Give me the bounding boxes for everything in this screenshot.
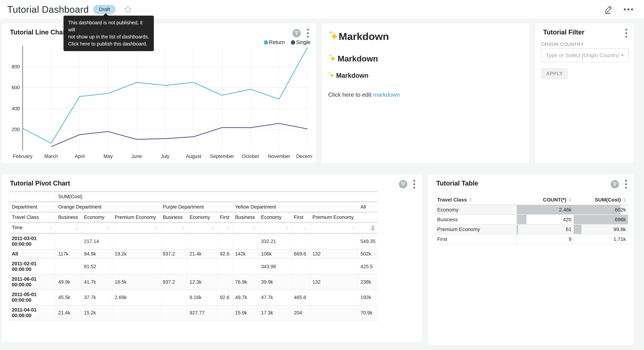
apply-button[interactable]: APPLY	[541, 68, 568, 79]
panel-pivot-chart: Tutorial Pivot Chart SUM(Cost)Department…	[2, 174, 422, 342]
pivot-measure-label: SUM(Cost)	[56, 192, 378, 202]
sort-carets-icon[interactable]	[568, 198, 572, 202]
travel-class-cell: Business	[435, 215, 517, 224]
pivot-cell: 45.5k	[56, 290, 82, 305]
pivot-col-header: Premium Economy	[112, 212, 160, 222]
sparkles-icon	[328, 54, 336, 64]
pivot-cell	[160, 290, 187, 305]
sort-icon[interactable]: ↓↑	[252, 225, 256, 231]
pivot-col-header: First	[217, 212, 232, 222]
pivot-cell: 669.6	[291, 249, 310, 259]
table-col-header[interactable]: COUNT(*)	[517, 195, 574, 205]
pivot-cell: 425.5	[358, 259, 378, 274]
sort-icon[interactable]: ↓↑	[303, 225, 307, 231]
filter-indicator-icon[interactable]	[399, 180, 407, 188]
sort-icon[interactable]: ↓↑	[180, 225, 184, 231]
y-tick: 600	[12, 85, 20, 90]
favorite-star-icon[interactable]	[124, 5, 132, 14]
markdown-paragraph: Click here to edit markdown	[328, 92, 523, 98]
filter-indicator-icon[interactable]	[610, 180, 619, 188]
pivot-cell: 76.9k	[232, 274, 258, 290]
sort-icon[interactable]: ↓↑	[106, 225, 110, 231]
line-chart-plot[interactable]: 200400600800FebruaryMarchAprilMayJuneJul…	[5, 44, 312, 161]
pivot-cell	[160, 305, 187, 320]
table-row: Premium Economy 61 99.8k	[435, 224, 628, 234]
pivot-menu-icon[interactable]	[413, 179, 416, 189]
sort-icon[interactable]: ↓↑	[210, 225, 214, 231]
count-cell: 9	[517, 234, 574, 244]
sort-icon[interactable]: ↓↑	[49, 225, 53, 231]
pivot-cell	[217, 274, 232, 290]
chevron-down-icon	[621, 54, 624, 56]
publish-tooltip[interactable]: This dashboard is not published, it will…	[64, 16, 154, 51]
cell-bar	[574, 205, 620, 214]
pivot-cell: 549.35	[358, 234, 378, 249]
tooltip-line: not show up in the list of dashboards.	[68, 33, 149, 40]
x-tick: July	[161, 154, 170, 159]
pivot-cell: 502k	[358, 249, 378, 259]
markdown-edit-link[interactable]: markdown	[373, 92, 400, 98]
status-badge[interactable]: Draft	[94, 5, 116, 14]
sort-icon[interactable]: ↓↑	[154, 225, 158, 231]
table-col-header[interactable]: SUM(Cost)	[574, 195, 628, 205]
pivot-cell: 343.98	[258, 259, 291, 274]
pivot-cell: 49.9k	[56, 274, 82, 290]
filter-indicator-icon[interactable]	[292, 29, 301, 37]
pivot-cell	[310, 305, 358, 320]
pivot-cell: 204	[291, 305, 310, 320]
pivot-cell: 927.77	[187, 305, 217, 320]
sparkles-icon	[328, 72, 334, 80]
pivot-col-header: Business	[56, 212, 82, 222]
pivot-dim-label: Department	[9, 202, 56, 212]
tutorial-table: Travel ClassCOUNT(*)SUM(Cost) Economy 2.…	[435, 195, 628, 244]
table-col-header[interactable]: Travel Class	[435, 195, 517, 205]
pivot-cell	[232, 259, 258, 274]
header-actions	[604, 5, 637, 14]
pivot-cell: 937.2	[160, 274, 187, 290]
sort-icon[interactable]: ↓↑	[226, 225, 230, 231]
markdown-h1: Markdown	[328, 30, 523, 43]
sort-icon[interactable]: ↓↑	[285, 225, 288, 231]
pivot-cell: 94.9k	[82, 249, 112, 259]
sort-icon-active[interactable]: ↓	[370, 225, 375, 231]
tooltip-line: This dashboard is not published, it will	[68, 19, 149, 33]
edit-dashboard-icon[interactable]	[604, 5, 613, 14]
pivot-group-header: All	[358, 202, 378, 212]
count-cell: 61	[517, 224, 574, 234]
pivot-row-label: 2011-04-0100:00:00	[9, 305, 56, 320]
pivot-row: 2011-03-0100:00:00217.14332.21549.35	[9, 234, 378, 249]
pivot-group-header: Yellow Department	[232, 202, 358, 212]
pivot-department-row: DepartmentOrange DepartmentPurple Depart…	[9, 202, 378, 212]
cell-bar	[517, 225, 518, 234]
sort-icon[interactable]: ↓↑	[351, 225, 355, 231]
pivot-col-header	[358, 212, 378, 222]
sort-carets-icon[interactable]	[469, 198, 472, 202]
table-menu-icon[interactable]	[624, 179, 628, 189]
pivot-cell	[112, 305, 160, 320]
more-options-icon[interactable]	[623, 8, 634, 11]
pivot-cell	[291, 274, 310, 290]
markdown-h3: Markdown	[328, 72, 523, 80]
origin-country-select[interactable]: Type or Select [Origin Country]	[541, 48, 629, 62]
pivot-cell: 238k	[358, 274, 378, 290]
pivot-cell	[160, 234, 187, 249]
pivot-row-label: 2011-06-0100:00:00	[9, 274, 56, 290]
pivot-cell	[310, 234, 358, 249]
pivot-cell	[112, 259, 160, 274]
tooltip-line: Click here to publish this dashboard.	[68, 40, 149, 48]
x-tick: September	[210, 154, 234, 159]
pivot-cell: 92.6	[217, 249, 232, 259]
pivot-col-header: Premium Economy	[310, 212, 358, 222]
pivot-cell	[217, 234, 232, 249]
filter-menu-icon[interactable]	[624, 28, 628, 38]
table-title: Tutorial Table	[436, 180, 478, 187]
travel-class-cell: First	[435, 234, 517, 244]
x-tick: May	[104, 154, 113, 159]
sort-icon[interactable]: ↓↑	[75, 225, 79, 231]
panel-markdown[interactable]: Markdown Markdown Markdown Click here to…	[322, 24, 529, 164]
sort-carets-icon[interactable]	[623, 198, 626, 202]
pivot-cell: 70.9k	[358, 305, 378, 320]
pivot-cell: 16.5k	[112, 274, 160, 290]
pivot-cell: 332.21	[258, 234, 291, 249]
chart-menu-icon[interactable]	[306, 28, 310, 38]
